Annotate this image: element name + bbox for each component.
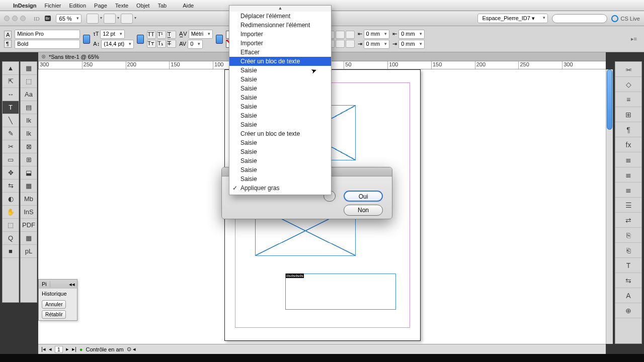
history-menu-item[interactable]: Déplacer l'élément [229, 12, 331, 21]
history-menu-item[interactable]: Saisie [229, 84, 331, 93]
tool-button[interactable]: InS [21, 206, 37, 219]
tool-button[interactable]: ⇱ [3, 75, 19, 88]
scrollbar-thumb[interactable] [607, 69, 612, 130]
first-page-icon[interactable]: |◂ [41, 346, 46, 352]
view-options-button[interactable] [87, 14, 99, 24]
panel-shortcut-button[interactable]: ☰ [615, 198, 641, 213]
selected-text[interactable]: dsdsdsds [286, 274, 304, 278]
indent-top2-field[interactable]: 0 mm [398, 30, 425, 39]
panel-shortcut-button[interactable]: ◇ [615, 77, 641, 92]
panel-shortcut-button[interactable]: A [615, 288, 641, 303]
tool-button[interactable]: ▲ [3, 62, 19, 75]
text-frame[interactable]: dsdsdsds [285, 274, 396, 310]
tool-button[interactable]: ⬚ [3, 219, 19, 232]
history-panel[interactable]: Pi ◂◂ Historique Annuler Rétablir [38, 279, 77, 321]
justify-all-button[interactable] [346, 40, 355, 48]
panel-shortcut-button[interactable]: T [615, 258, 641, 273]
zoom-select[interactable]: 65 % [56, 14, 82, 23]
tool-button[interactable]: ▦ [21, 179, 37, 193]
underline-button[interactable]: T̲ [167, 31, 176, 39]
history-dropdown-menu[interactable]: ▲ Déplacer l'élémentRedimensionner l'élé… [229, 5, 332, 195]
tool-button[interactable]: ▦ [21, 232, 37, 245]
panel-shortcut-button[interactable]: fx [615, 137, 641, 152]
tool-button[interactable]: Ik [21, 114, 37, 127]
panel-shortcut-button[interactable]: ≣ [615, 183, 641, 198]
tool-button[interactable]: ✥ [3, 166, 19, 179]
superscript-button[interactable]: T¹ [157, 31, 166, 39]
tool-button[interactable]: ▦ [21, 62, 37, 75]
status-menu-icon[interactable]: ⊙ ◂ [127, 346, 136, 352]
history-menu-item[interactable]: Créer un bloc de texte [229, 129, 331, 138]
collapse-icon[interactable]: ◂◂ [67, 281, 77, 288]
kerning-select[interactable]: Métri [189, 30, 213, 39]
menu-tab[interactable]: Tab [157, 3, 167, 9]
tool-button[interactable]: Ik [21, 127, 37, 140]
history-menu-item[interactable]: Redimensionner l'élément [229, 21, 331, 30]
panel-shortcut-button[interactable]: ⊕ [615, 303, 641, 318]
vertical-scrollbar[interactable] [606, 69, 613, 344]
panel-shortcut-button[interactable]: ⎘ [615, 228, 641, 243]
window-controls[interactable] [4, 16, 26, 21]
tool-button[interactable]: ⇆ [3, 179, 19, 193]
leading-select[interactable]: (14,4 pt) [101, 40, 134, 49]
history-menu-item[interactable]: Saisie [229, 120, 331, 129]
font-select[interactable]: Minion Pro [15, 30, 80, 39]
close-tab-icon[interactable]: ⊗ [41, 53, 46, 60]
arrange-button[interactable] [121, 14, 133, 24]
font-stepper[interactable] [83, 35, 90, 44]
screen-mode-button[interactable] [104, 14, 116, 24]
br-badge[interactable]: Br [45, 16, 51, 21]
prev-page-icon[interactable]: ◂ [49, 346, 52, 352]
tool-button[interactable]: ✋ [3, 206, 19, 219]
tracking-select[interactable]: 0 [188, 40, 203, 49]
tool-button[interactable]: Mb [21, 193, 37, 206]
panel-shortcut-button[interactable]: ≡ [615, 92, 641, 107]
dialog-yes-button[interactable]: Oui [344, 191, 383, 202]
panel-shortcut-button[interactable]: ⇆ [615, 273, 641, 288]
smallcaps-button[interactable]: Tᴛ [147, 40, 156, 48]
leading-stepper[interactable] [137, 35, 144, 44]
align-right-button[interactable] [336, 31, 345, 39]
history-menu-item[interactable]: Importer [229, 39, 331, 48]
tool-button[interactable]: ╲ [3, 114, 19, 127]
allcaps-button[interactable]: TT [147, 31, 156, 39]
tool-button[interactable]: ⊠ [21, 140, 37, 153]
para-mode-button[interactable]: ¶ [4, 40, 12, 48]
panel-shortcut-button[interactable]: ¶ [615, 122, 641, 137]
tool-button[interactable]: T [3, 101, 19, 114]
font-style-select[interactable]: Bold [15, 40, 80, 49]
tool-button[interactable]: ◐ [3, 193, 19, 206]
history-menu-item[interactable]: Importer [229, 30, 331, 39]
history-menu-item[interactable]: Saisie [229, 174, 331, 184]
tool-button[interactable]: ✂ [3, 140, 19, 153]
indent-top-field[interactable]: 0 mm [364, 30, 390, 39]
indent-bot-field[interactable]: 0 mm [364, 40, 390, 49]
char-mode-button[interactable]: A [4, 31, 12, 39]
history-menu-item[interactable]: Saisie [229, 93, 331, 102]
document-tab[interactable]: *Sans titre-1 @ 65% [49, 54, 99, 60]
dialog-no-button[interactable]: Non [344, 205, 383, 216]
history-menu-item[interactable]: Saisie [229, 102, 331, 111]
font-size-select[interactable]: 12 pt [100, 30, 124, 39]
track-stepper[interactable] [216, 35, 223, 44]
undo-button[interactable]: Annuler [42, 300, 66, 309]
tool-button[interactable]: ⊞ [21, 153, 37, 166]
menu-texte[interactable]: Texte [115, 3, 128, 9]
history-menu-item[interactable]: Saisie [229, 165, 331, 174]
history-menu-item[interactable]: Saisie [229, 111, 331, 120]
history-menu-item[interactable]: Saisie [229, 156, 331, 165]
tool-button[interactable]: pL [21, 245, 37, 258]
menu-fichier[interactable]: Fichier [44, 3, 61, 9]
tool-button[interactable]: ⬓ [21, 166, 37, 179]
tool-button[interactable]: ▭ [3, 153, 19, 166]
app-name[interactable]: InDesign [13, 3, 36, 9]
redo-button[interactable]: Rétablir [42, 310, 66, 319]
tool-button[interactable]: ✎ [3, 127, 19, 140]
panel-shortcut-button[interactable]: ≣ [615, 167, 641, 183]
panel-shortcut-button[interactable]: ≣ [615, 152, 641, 167]
menu-scroll-up-icon[interactable]: ▲ [229, 6, 331, 12]
menu-aide[interactable]: Aide [183, 3, 194, 9]
search-input[interactable] [552, 14, 607, 23]
workspace-select[interactable]: Espace_Pierre_ID7 ▾ [477, 14, 548, 23]
history-menu-item[interactable]: Effacer [229, 48, 331, 57]
